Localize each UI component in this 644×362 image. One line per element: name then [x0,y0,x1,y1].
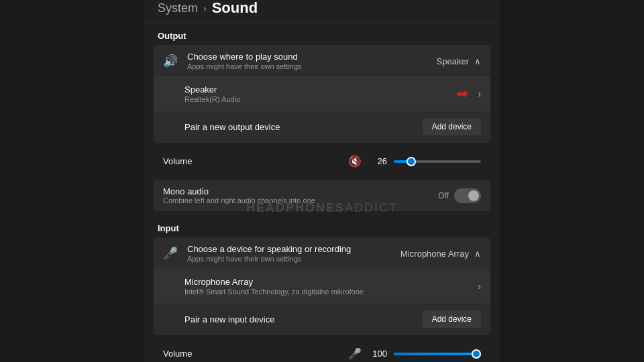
input-pair-row: Pair a new input device Add device [154,303,490,335]
mono-state-label: Off [438,191,449,200]
input-vol-number: 100 [368,349,387,359]
input-pair-label: Pair a new input device [184,314,423,324]
output-vol-number: 26 [368,156,387,166]
input-choose-content: Choose a device for speaking or recordin… [187,244,400,263]
mono-title: Mono audio [163,186,438,196]
input-mic-content: Microphone Array Intel® Smart Sound Tech… [163,277,478,296]
input-slider-thumb [472,349,481,359]
panel-header: System › Sound [144,0,500,24]
settings-panel: System › Sound Output 🔊 Choose where to … [144,0,500,362]
input-mic-title: Microphone Array [184,277,478,287]
input-volume-label: Volume [163,349,203,359]
breadcrumb-system[interactable]: System [158,1,198,15]
mono-content: Mono audio Combine left and right audio … [163,186,438,204]
input-card: 🎤 Choose a device for speaking or record… [154,237,490,335]
output-choose-value: Speaker [437,56,469,66]
input-pair-right: Add device [423,310,481,328]
output-volume-slider[interactable] [394,160,481,163]
output-section-label: Output [144,24,500,45]
output-volume-controls: 🔇 26 [348,155,481,168]
input-choose-sub: Apps might have their own settings [187,255,400,263]
mono-audio-row: Mono audio Combine left and right audio … [154,180,490,211]
breadcrumb-sound: Sound [212,0,258,17]
output-choose-row[interactable]: 🔊 Choose where to play sound Apps might … [154,45,490,78]
output-add-device-button[interactable]: Add device [423,118,481,135]
input-choose-chevron: ∧ [474,249,481,259]
mono-toggle[interactable] [454,188,481,203]
output-speaker-content: Speaker Realtek(R) Audio [163,84,456,103]
output-volume-label: Volume [163,156,203,166]
output-pair-label: Pair a new output device [184,122,423,132]
output-speaker-chevron: › [478,88,481,99]
output-card: 🔊 Choose where to play sound Apps might … [154,45,490,143]
input-section-label: Input [144,217,500,237]
output-speaker-title: Speaker [184,84,456,95]
input-add-device-button[interactable]: Add device [423,310,481,328]
output-pair-content: Pair a new output device [163,122,423,132]
output-choose-sub: Apps might have their own settings [187,62,437,70]
toggle-knob [468,190,479,201]
input-vol-mic-icon: 🎤 [348,347,362,360]
output-speaker-sub: Realtek(R) Audio [184,95,456,103]
output-choose-title: Choose where to play sound [187,52,437,62]
output-pair-right: Add device [423,118,481,135]
input-volume-slider[interactable] [394,353,481,355]
output-choose-chevron: ∧ [474,56,481,66]
mono-right: Off [438,188,481,203]
mono-sub: Combine left and right audio channels in… [163,196,438,204]
input-mic-row[interactable]: Microphone Array Intel® Smart Sound Tech… [154,270,490,303]
breadcrumb-chevron: › [203,3,207,13]
output-speaker-right: ➡ › [456,85,481,103]
input-volume-row: Volume 🎤 100 [154,341,490,362]
output-pair-row: Pair a new output device Add device [154,111,490,143]
input-mic-right: › [478,281,481,292]
input-slider-fill [394,353,481,355]
input-mic-sub: Intel® Smart Sound Technology, za digita… [184,288,478,296]
output-speaker-row[interactable]: Speaker Realtek(R) Audio ➡ › [154,78,490,111]
output-vol-mute-icon[interactable]: 🔇 [348,155,362,168]
input-volume-controls: 🎤 100 [348,347,481,360]
output-choose-content: Choose where to play sound Apps might ha… [187,52,437,70]
breadcrumb: System › Sound [158,0,486,17]
output-volume-row: Volume 🔇 26 [154,148,490,174]
speaker-icon: 🔊 [163,54,178,68]
input-mic-chevron: › [478,281,481,292]
input-choose-value: Microphone Array [400,249,469,259]
input-pair-content: Pair a new input device [163,314,423,324]
input-choose-right: Microphone Array ∧ [400,249,481,259]
input-choose-title: Choose a device for speaking or recordin… [187,244,400,254]
mic-icon: 🎤 [163,246,178,261]
output-choose-right: Speaker ∧ [437,56,481,66]
output-slider-thumb [407,157,416,166]
red-arrow-icon: ➡ [456,85,468,103]
input-choose-row[interactable]: 🎤 Choose a device for speaking or record… [154,237,490,270]
